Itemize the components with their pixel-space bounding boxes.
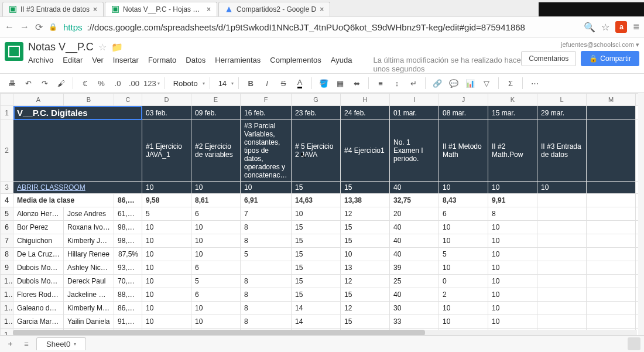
assignment-header-cell[interactable]: II #3 Entrada de datos bbox=[537, 120, 587, 182]
reload-button[interactable]: ⟳ bbox=[35, 22, 43, 33]
score-cell[interactable] bbox=[537, 315, 587, 329]
score-cell[interactable]: 10 bbox=[142, 234, 191, 248]
date-header-cell[interactable]: 15 mar. bbox=[488, 106, 537, 120]
col-header[interactable]: G bbox=[292, 94, 341, 106]
close-icon[interactable]: × bbox=[93, 5, 97, 13]
filter-icon[interactable]: ▽ bbox=[479, 76, 494, 90]
row-header[interactable]: 1 bbox=[1, 106, 13, 120]
cell[interactable] bbox=[587, 182, 636, 194]
class-average-value[interactable]: 8,61 bbox=[191, 194, 241, 207]
score-cell[interactable]: 10 bbox=[341, 248, 390, 261]
score-cell[interactable]: 5 bbox=[142, 207, 191, 221]
bold-icon[interactable]: B bbox=[244, 76, 258, 90]
all-sheets-button[interactable]: ≡ bbox=[20, 337, 33, 350]
row-header[interactable]: 5 bbox=[1, 207, 13, 221]
student-pct[interactable]: 70,83% bbox=[114, 275, 142, 288]
score-cell[interactable]: 40 bbox=[390, 221, 439, 234]
score-cell[interactable]: 15 bbox=[292, 288, 341, 302]
explore-button[interactable] bbox=[628, 337, 640, 350]
menu-archivo[interactable]: Archivo bbox=[28, 56, 53, 73]
class-average-value[interactable] bbox=[537, 194, 587, 207]
row-header[interactable]: 2 bbox=[1, 120, 13, 182]
assignment-header-cell[interactable]: II #1 Metodo Math bbox=[439, 120, 488, 182]
score-cell[interactable]: 5 bbox=[439, 248, 488, 261]
student-pct[interactable]: 86,67% bbox=[114, 302, 142, 315]
assignment-header-cell[interactable]: #4 Ejercicio1 bbox=[341, 120, 390, 182]
score-cell[interactable] bbox=[537, 221, 587, 234]
browser-tab-1[interactable]: II #3 Entrada de datos × bbox=[2, 2, 104, 16]
increase-decimal-icon[interactable]: .00 bbox=[127, 76, 141, 90]
forward-button[interactable]: → bbox=[20, 22, 29, 32]
col-header[interactable]: I bbox=[390, 94, 439, 106]
score-cell[interactable]: 8 bbox=[241, 275, 292, 288]
fill-color-icon[interactable]: 🪣 bbox=[317, 76, 331, 90]
back-button[interactable]: ← bbox=[5, 22, 14, 32]
add-sheet-button[interactable]: ＋ bbox=[4, 337, 16, 350]
vertical-align-icon[interactable]: ↕ bbox=[390, 76, 404, 90]
menu-datos[interactable]: Datos bbox=[186, 56, 205, 73]
student-firstname[interactable]: Jackeline Suseth bbox=[64, 288, 114, 302]
student-lastname[interactable]: De La Cruz Franco bbox=[13, 248, 64, 261]
browser-menu-icon[interactable]: ≡ bbox=[633, 21, 639, 33]
text-wrap-icon[interactable]: ↵ bbox=[406, 76, 420, 90]
score-cell[interactable] bbox=[241, 261, 292, 275]
score-cell[interactable]: 10 bbox=[142, 261, 191, 275]
cell[interactable] bbox=[587, 234, 636, 248]
score-cell[interactable] bbox=[537, 288, 587, 302]
insert-chart-icon[interactable]: 📊 bbox=[463, 76, 477, 90]
score-cell[interactable]: 5 bbox=[241, 248, 292, 261]
assignment-header-cell[interactable]: #1 Ejercicio JAVA_1 bbox=[142, 120, 191, 182]
student-lastname[interactable]: Garcia Martinez bbox=[13, 315, 64, 329]
score-cell[interactable]: 15 bbox=[292, 221, 341, 234]
user-email[interactable]: jefuentes@schoolsci.com ▾ bbox=[521, 41, 639, 49]
score-cell[interactable]: 10 bbox=[191, 221, 241, 234]
row-header[interactable]: 9 bbox=[1, 261, 13, 275]
class-average-value[interactable]: 9,91 bbox=[488, 194, 537, 207]
sheet-tab[interactable]: Sheet0▾ bbox=[36, 337, 86, 350]
max-score-cell[interactable]: 40 bbox=[390, 182, 439, 194]
italic-icon[interactable]: I bbox=[260, 76, 274, 90]
score-cell[interactable]: 14 bbox=[292, 302, 341, 315]
text-color-icon[interactable]: A bbox=[293, 76, 307, 90]
score-cell[interactable]: 15 bbox=[292, 275, 341, 288]
open-classroom-link[interactable]: ABRIR CLASSROOM bbox=[13, 182, 142, 194]
score-cell[interactable]: 0 bbox=[439, 275, 488, 288]
col-header[interactable]: B bbox=[64, 94, 114, 106]
currency-icon[interactable]: € bbox=[78, 76, 92, 90]
score-cell[interactable]: 8 bbox=[241, 315, 292, 329]
insert-comment-icon[interactable]: 💬 bbox=[447, 76, 461, 90]
paint-format-icon[interactable]: 🖌 bbox=[54, 76, 68, 90]
score-cell[interactable]: 10 bbox=[488, 315, 537, 329]
student-firstname[interactable]: Jose Andres bbox=[64, 207, 114, 221]
score-cell[interactable]: 10 bbox=[488, 221, 537, 234]
score-cell[interactable]: 10 bbox=[142, 288, 191, 302]
menu-formato[interactable]: Formato bbox=[148, 56, 176, 73]
avast-extension-icon[interactable]: a bbox=[615, 21, 627, 33]
comments-button[interactable]: Comentarios bbox=[521, 51, 576, 66]
row-header[interactable]: 6 bbox=[1, 221, 13, 234]
student-lastname[interactable]: Chiguichon bbox=[13, 234, 64, 248]
score-cell[interactable]: 10 bbox=[439, 234, 488, 248]
max-score-cell[interactable]: 15 bbox=[341, 182, 390, 194]
col-header[interactable]: L bbox=[537, 94, 587, 106]
student-lastname[interactable]: Flores Rodriguez bbox=[13, 288, 64, 302]
date-header-cell[interactable]: 03 feb. bbox=[142, 106, 191, 120]
score-cell[interactable]: 10 bbox=[488, 234, 537, 248]
student-pct[interactable]: 93,64% bbox=[114, 261, 142, 275]
font-size-dropdown[interactable]: 14▾ bbox=[215, 78, 234, 89]
student-pct[interactable]: 91,67% bbox=[114, 315, 142, 329]
class-average-value[interactable]: 14,63 bbox=[292, 194, 341, 207]
menu-ayuda[interactable]: Ayuda bbox=[331, 56, 352, 73]
percent-icon[interactable]: % bbox=[94, 76, 108, 90]
class-average-value[interactable]: 6,91 bbox=[241, 194, 292, 207]
menu-insertar[interactable]: Insertar bbox=[113, 56, 139, 73]
close-icon[interactable]: × bbox=[207, 5, 211, 13]
score-cell[interactable]: 15 bbox=[341, 315, 390, 329]
number-format-dropdown[interactable]: 123▾ bbox=[143, 79, 160, 88]
date-header-cell[interactable]: 08 mar. bbox=[439, 106, 488, 120]
merge-cells-icon[interactable]: ⬌ bbox=[350, 76, 364, 90]
menu-editar[interactable]: Editar bbox=[63, 56, 83, 73]
score-cell[interactable]: 8 bbox=[241, 234, 292, 248]
score-cell[interactable]: 15 bbox=[341, 234, 390, 248]
functions-icon[interactable]: Σ bbox=[503, 76, 518, 90]
